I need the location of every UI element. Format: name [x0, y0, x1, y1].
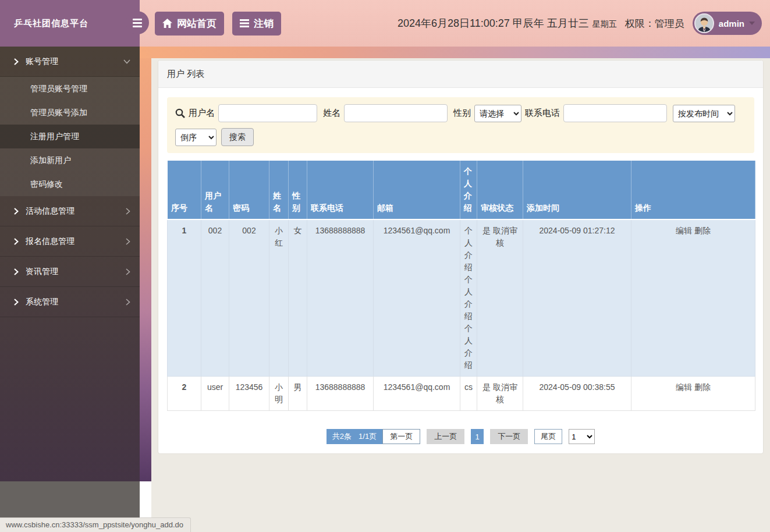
sidebar-item-account-management[interactable]: 账号管理: [0, 47, 140, 77]
search-form: 用户名 姓名 性别 请选择 联系电话 按发布时间 倒序: [167, 97, 754, 153]
sidebar-item-registration-info[interactable]: 报名信息管理: [0, 226, 140, 257]
sidebar-subitem-add-new-user[interactable]: 添加新用户: [0, 148, 140, 172]
last-page-button[interactable]: 尾页: [534, 429, 562, 444]
site-home-label: 网站首页: [177, 17, 217, 30]
chevron-right-icon: [14, 208, 19, 215]
col-header-email: 邮箱: [374, 161, 460, 220]
sidebar-subitem-registered-user-management[interactable]: 注册用户管理: [0, 125, 140, 148]
user-list-panel: 用户 列表 用户名 姓名 性别 请选择 联系电话: [158, 60, 764, 454]
username-search-label: 用户名: [189, 108, 215, 119]
sidebar-item-label: 资讯管理: [26, 267, 58, 277]
cell-email: 1234561@qq.com: [374, 377, 460, 411]
sort-order-select[interactable]: 倒序: [175, 129, 217, 146]
app-title: 乒乓社团信息平台: [14, 18, 88, 29]
cancel-audit-link[interactable]: 取消审核: [493, 382, 517, 404]
user-menu[interactable]: admin: [693, 12, 762, 35]
pagination: 共2条 1/1页 第一页 上一页 1 下一页 尾页 1: [158, 429, 763, 444]
list-icon: [240, 19, 249, 27]
col-header-name: 姓名: [269, 161, 289, 220]
avatar: [694, 13, 714, 33]
delete-link[interactable]: 删除: [694, 382, 711, 392]
table-row: 2 user 123456 小明 男 13688888888 1234561@q…: [168, 377, 755, 411]
col-header-actions: 操作: [631, 161, 755, 220]
table-row: 1 002 002 小红 女 13688888888 1234561@qq.co…: [168, 219, 755, 377]
cell-name: 小红: [269, 219, 289, 377]
chevron-down-icon: [123, 59, 130, 64]
audit-status: 是: [482, 382, 491, 392]
caret-down-icon: [749, 22, 755, 25]
audit-status: 是: [482, 226, 491, 235]
cell-phone: 13688888888: [307, 219, 374, 377]
search-button[interactable]: 搜索: [221, 128, 254, 146]
gender-select[interactable]: 请选择: [474, 105, 521, 122]
permission-value: 管理员: [655, 18, 684, 29]
table-header-row: 序号 用户名 密码 姓名 性别 联系电话 邮箱 个人介绍 审核状态 添加时间 操…: [168, 161, 755, 220]
cell-intro: 个人介绍个人介绍个人介绍: [460, 219, 477, 377]
cell-time: 2024-05-09 01:27:12: [523, 219, 631, 377]
cell-audit: 是 取消审核: [477, 377, 523, 411]
sidebar-subitem-password-change[interactable]: 密码修改: [0, 172, 140, 196]
cell-username: user: [201, 377, 229, 411]
cell-password: 002: [229, 219, 269, 377]
prev-page-button[interactable]: 上一页: [427, 429, 464, 444]
next-page-button[interactable]: 下一页: [490, 429, 528, 444]
chevron-right-icon: [14, 299, 19, 306]
phone-search-input[interactable]: [563, 104, 667, 122]
cancel-audit-link[interactable]: 取消审核: [493, 226, 517, 247]
sidebar-item-system-management[interactable]: 系统管理: [0, 287, 140, 317]
current-page-button[interactable]: 1: [471, 429, 484, 444]
subitem-label: 管理员账号添加: [30, 108, 87, 118]
status-bar-url: www.csbishe.cn:33333/ssm_ppstsite/yonghu…: [0, 517, 191, 532]
logout-button[interactable]: 注销: [232, 12, 281, 36]
sort-field-select[interactable]: 按发布时间: [673, 105, 735, 122]
sidebar-item-news-management[interactable]: 资讯管理: [0, 257, 140, 287]
cell-actions: 编辑 删除: [631, 377, 755, 411]
logout-label: 注销: [254, 17, 274, 30]
chevron-right-icon: [126, 208, 130, 215]
username-label: admin: [719, 19, 744, 29]
page-select[interactable]: 1: [569, 429, 595, 444]
subitem-label: 添加新用户: [30, 155, 71, 166]
name-search-input[interactable]: [344, 104, 448, 122]
col-header-gender: 性别: [289, 161, 307, 220]
pagination-info: 共2条 1/1页 第一页: [327, 429, 420, 444]
subitem-label: 密码修改: [30, 179, 63, 190]
chevron-right-icon: [126, 299, 130, 306]
chevron-right-icon: [126, 238, 130, 245]
username-search-input[interactable]: [218, 104, 317, 122]
chevron-right-icon: [14, 58, 19, 65]
sidebar-subitem-admin-account-add[interactable]: 管理员账号添加: [0, 101, 140, 125]
edit-link[interactable]: 编辑: [676, 382, 692, 392]
cell-index: 1: [168, 219, 201, 377]
gender-search-label: 性别: [453, 108, 471, 119]
datetime-text: 2024年6月28日11:00:27 甲辰年 五月廿三: [398, 16, 589, 30]
col-header-time: 添加时间: [523, 161, 631, 220]
sidebar-subitem-admin-account-management[interactable]: 管理员账号管理: [0, 77, 140, 101]
weekday-text: 星期五: [592, 19, 617, 30]
name-search-label: 姓名: [323, 108, 340, 119]
delete-link[interactable]: 删除: [694, 226, 711, 235]
permission-text: 权限：管理员: [625, 17, 684, 30]
edit-link[interactable]: 编辑: [676, 226, 692, 235]
cell-audit: 是 取消审核: [477, 219, 523, 377]
account-submenu: 管理员账号管理 管理员账号添加 注册用户管理 添加新用户 密码修改: [0, 77, 140, 196]
cell-index: 2: [168, 377, 201, 411]
first-page-button[interactable]: 第一页: [382, 429, 420, 444]
users-table: 序号 用户名 密码 姓名 性别 联系电话 邮箱 个人介绍 审核状态 添加时间 操…: [167, 160, 755, 411]
site-home-button[interactable]: 网站首页: [155, 12, 224, 36]
cell-gender: 男: [289, 377, 307, 411]
chevron-right-icon: [14, 268, 19, 275]
col-header-index: 序号: [168, 161, 201, 220]
sidebar-item-activity-info[interactable]: 活动信息管理: [0, 196, 140, 226]
app-window: 乒乓社团信息平台 网站首页 注销 2024年6月28日11:00:27 甲辰年 …: [0, 0, 770, 532]
header-info: 2024年6月28日11:00:27 甲辰年 五月廿三 星期五 权限：管理员: [398, 16, 684, 30]
sidebar-item-label: 账号管理: [26, 56, 58, 67]
subitem-label: 注册用户管理: [30, 132, 79, 142]
cell-email: 1234561@qq.com: [374, 219, 460, 377]
gradient-band: [140, 47, 770, 58]
sidebar-toggle-button[interactable]: [126, 11, 149, 34]
cell-time: 2024-05-09 00:38:55: [523, 377, 631, 411]
panel-title: 用户 列表: [158, 61, 763, 88]
cell-gender: 女: [289, 219, 307, 377]
col-header-username: 用户名: [201, 161, 229, 220]
